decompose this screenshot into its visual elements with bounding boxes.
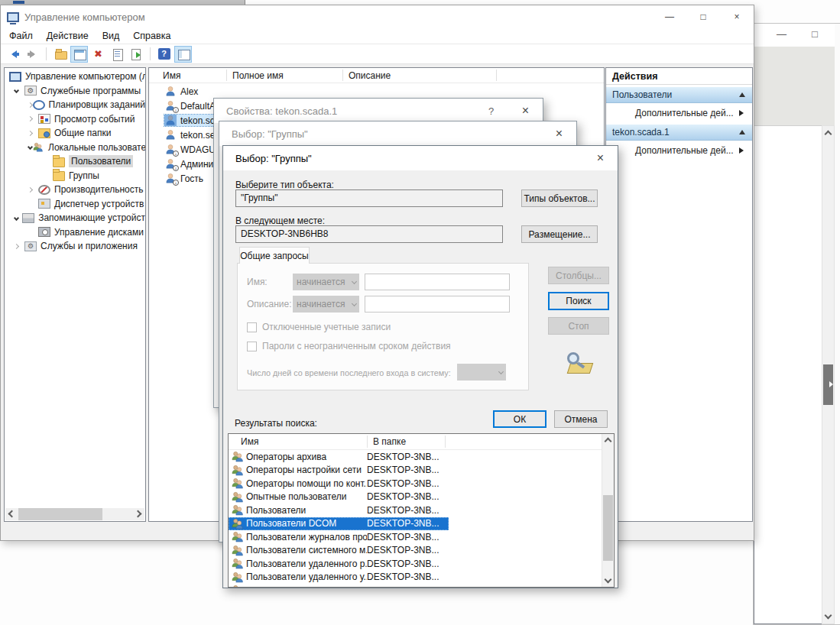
menu-action[interactable]: Действие [40, 31, 96, 41]
scroll-down-icon[interactable] [605, 576, 612, 584]
collapse-up-icon[interactable] [739, 130, 745, 134]
disabled-accounts-checkbox[interactable]: Отключенные учетные записи [247, 322, 391, 332]
result-row[interactable]: Пользователи удаленного у...DESKTOP-3NB.… [229, 571, 614, 585]
tree-item-computer-management[interactable]: Управление компьютером (л [5, 70, 145, 84]
days-dropdown[interactable] [457, 364, 506, 381]
tree-item-storage[interactable]: Запоминающие устройст [5, 211, 145, 225]
description-condition-dropdown[interactable]: начинается с [293, 296, 359, 312]
help-button[interactable]: ? [155, 46, 173, 63]
forward-button[interactable] [24, 46, 41, 63]
tree-item-local-users-groups[interactable]: Локальные пользовате [5, 141, 145, 155]
scrollbar-horizontal[interactable] [5, 508, 144, 520]
column-header-in-folder[interactable]: В папке [373, 436, 406, 447]
tree-item-services-apps[interactable]: ⚙Службы и приложения [5, 239, 145, 254]
actions-item-more-actions[interactable]: Дополнительные дей... [606, 141, 752, 160]
show-console-window-button[interactable] [70, 46, 88, 63]
result-row[interactable]: Операторы настройки сетиDESKTOP-3NB... [229, 464, 614, 478]
columns-button[interactable]: Столбцы... [548, 267, 609, 284]
scrollbar-thumb[interactable] [18, 508, 102, 520]
chevron-expanded-icon[interactable] [15, 89, 24, 92]
column-divider[interactable] [445, 436, 446, 448]
close-button[interactable]: × [583, 146, 618, 170]
menu-file[interactable]: Файл [2, 31, 40, 41]
scrollbar-thumb[interactable] [823, 364, 833, 405]
scroll-down-icon[interactable] [825, 612, 832, 620]
scroll-up-icon[interactable] [605, 438, 612, 445]
close-button[interactable]: × [508, 99, 543, 123]
scroll-right-icon[interactable] [135, 510, 142, 518]
expand-right-icon[interactable] [829, 381, 833, 387]
description-input[interactable] [365, 296, 510, 312]
name-condition-dropdown[interactable]: начинается с [293, 274, 359, 290]
result-row[interactable]: Пользователи журналов про...DESKTOP-3NB.… [229, 530, 614, 544]
column-header-fullname[interactable]: Полное имя [232, 70, 284, 81]
tree-item-system-tools[interactable]: ⚙Служебные программы [5, 84, 145, 99]
up-one-level-button[interactable] [51, 46, 69, 63]
column-header-description[interactable]: Описание [349, 70, 391, 81]
object-type-field[interactable]: "Группы" [235, 189, 503, 207]
properties-button[interactable] [109, 46, 126, 63]
maximize-button[interactable]: □ [812, 28, 818, 40]
result-row[interactable]: Пользователи удаленного р...DESKTOP-3NB.… [229, 557, 614, 571]
location-field[interactable]: DESKTOP-3NB6HB8 [235, 225, 503, 243]
result-row-selected[interactable]: Пользователи DCOMDESKTOP-3NB... [229, 517, 449, 531]
tree-item-performance[interactable]: Производительность [5, 183, 145, 197]
scroll-left-icon[interactable] [8, 510, 16, 518]
tree-item-device-manager[interactable]: Диспетчер устройств [5, 197, 145, 212]
column-divider[interactable] [342, 70, 343, 81]
minimize-button[interactable]: — [653, 5, 686, 28]
tree-item-event-viewer[interactable]: Просмотр событий [5, 112, 145, 127]
tree-item-shared-folders[interactable]: Общие папки [5, 126, 145, 141]
chevron-collapsed-icon[interactable] [28, 131, 38, 135]
close-button[interactable]: × [542, 121, 576, 146]
chevron-collapsed-icon[interactable] [28, 188, 38, 192]
chevron-expanded-icon[interactable] [15, 216, 22, 220]
scrollbar-vertical[interactable] [602, 434, 614, 587]
column-divider[interactable] [367, 436, 368, 448]
non-expiring-passwords-checkbox[interactable]: Пароли с неограниченным сроком действия [247, 341, 451, 351]
result-row[interactable]: ПользователиDESKTOP-3NB... [229, 504, 614, 517]
tree-item-task-scheduler[interactable]: Планировщик заданий [5, 98, 145, 112]
column-header-name[interactable]: Имя [163, 70, 180, 81]
help-button[interactable]: ? [474, 99, 508, 123]
result-row[interactable]: Пользователи системного м...DESKTOP-3NB.… [229, 544, 614, 558]
chevron-collapsed-icon[interactable] [28, 117, 38, 121]
result-row-partial[interactable] [229, 584, 614, 588]
delete-button[interactable]: ✖ [89, 46, 107, 63]
tab-common-queries[interactable]: Общие запросы [239, 247, 310, 264]
cancel-button[interactable]: Отмена [554, 410, 608, 428]
scroll-up-icon[interactable] [825, 131, 832, 138]
search-button[interactable]: Поиск [548, 292, 609, 310]
column-header-name[interactable]: Имя [241, 436, 258, 447]
close-button[interactable]: × [720, 5, 754, 28]
minimize-button[interactable]: — [777, 28, 786, 40]
name-input[interactable] [365, 274, 510, 290]
collapse-up-icon[interactable] [739, 92, 745, 97]
result-row[interactable]: Операторы архиваDESKTOP-3NB... [229, 450, 614, 464]
stop-button[interactable]: Стоп [548, 317, 609, 335]
tree-item-users[interactable]: Пользователи [5, 154, 145, 169]
menu-view[interactable]: Вид [96, 31, 127, 41]
tree-item-groups[interactable]: Группы [5, 169, 145, 183]
object-types-button[interactable]: Типы объектов... [521, 189, 598, 207]
actions-item-more-actions[interactable]: Дополнительные дей... [606, 103, 752, 122]
chevron-collapsed-icon[interactable] [15, 244, 24, 248]
column-divider[interactable] [226, 70, 227, 81]
scrollbar-vertical[interactable] [822, 125, 835, 624]
back-button[interactable] [5, 46, 22, 63]
tree-item-disk-management[interactable]: Управление дисками [5, 225, 145, 240]
menu-help[interactable]: Справка [126, 31, 177, 41]
result-row[interactable]: Опытные пользователиDESKTOP-3NB... [229, 491, 614, 504]
list-item-user[interactable]: Alex [149, 84, 604, 99]
actions-section-users[interactable]: Пользователи [606, 86, 752, 103]
location-button[interactable]: Размещение... [521, 225, 598, 243]
maximize-button[interactable]: □ [686, 5, 720, 28]
show-console-tree-button[interactable] [174, 46, 192, 63]
ok-button[interactable]: ОК [493, 410, 546, 428]
scrollbar-thumb[interactable] [603, 495, 613, 561]
result-row[interactable]: Операторы помощи по конт...DESKTOP-3NB..… [229, 477, 614, 491]
export-list-button[interactable] [128, 46, 145, 63]
column-divider[interactable] [496, 70, 497, 81]
actions-section-tekon-scada[interactable]: tekon.scada.1 [606, 124, 752, 141]
chevron-collapsed-icon[interactable] [28, 103, 33, 107]
